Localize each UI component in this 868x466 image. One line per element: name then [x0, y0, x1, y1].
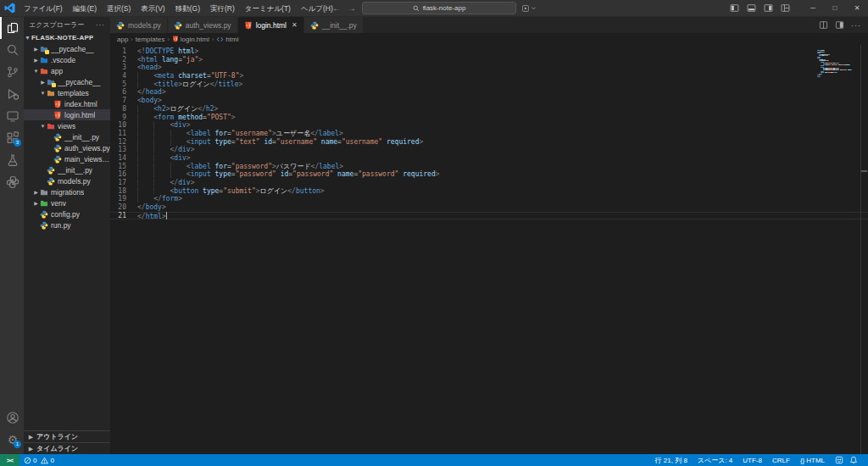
- tree-file--init-.py[interactable]: __init__.py: [24, 131, 110, 142]
- status-eol[interactable]: CRLF: [767, 454, 795, 466]
- code-line-9[interactable]: 9 <form method="POST">: [110, 114, 868, 122]
- activity-remote-explorer-icon[interactable]: [0, 105, 24, 127]
- folder-icon: [47, 122, 55, 130]
- code-line-19[interactable]: 19 </form>: [110, 195, 868, 203]
- breadcrumb-item-login.html[interactable]: login.html: [172, 36, 209, 43]
- tree-file-run.py[interactable]: run.py: [24, 219, 110, 230]
- breadcrumb-item-html[interactable]: html: [216, 36, 238, 43]
- remote-indicator[interactable]: ><: [0, 454, 19, 466]
- tree-folder-migrations[interactable]: ▶migrations: [24, 186, 110, 197]
- code-line-2[interactable]: 2<html lang="ja">: [110, 56, 868, 64]
- navigate-back-icon[interactable]: ←: [331, 3, 342, 13]
- more-actions-icon[interactable]: ···: [851, 21, 861, 30]
- menu-item-4[interactable]: 移動(G): [170, 0, 205, 17]
- tree-file-models.py[interactable]: models.py: [24, 175, 110, 186]
- navigate-forward-icon[interactable]: →: [347, 3, 357, 13]
- menu-item-5[interactable]: 実行(R): [205, 0, 240, 17]
- code-line-5[interactable]: 5 <title>ログイン</title>: [110, 80, 868, 89]
- command-center-search[interactable]: flask-note-app: [362, 2, 516, 14]
- code-editor[interactable]: 1<!DOCTYPE html>2<html lang="ja">3<head>…: [110, 45, 868, 454]
- code-line-17[interactable]: 17 </div>: [110, 179, 868, 187]
- menu-item-0[interactable]: ファイル(F): [19, 0, 68, 17]
- status-indentation[interactable]: スペース: 4: [693, 454, 737, 466]
- close-button[interactable]: ✕: [846, 0, 868, 17]
- tab-auth-views.py[interactable]: auth_views.py: [168, 17, 238, 33]
- code-line-11[interactable]: 11 <label for="username">ユーザー名</label>: [110, 130, 868, 138]
- tree-file--init-.py[interactable]: __init__.py: [24, 164, 110, 175]
- activity-explorer-icon[interactable]: [0, 17, 24, 39]
- activity-extensions-icon[interactable]: 3: [0, 127, 24, 149]
- code-line-18[interactable]: 18 <button type="submit">ログイン</button>: [110, 187, 868, 196]
- settings-icon[interactable]: ⚙1: [0, 429, 24, 451]
- status-language-mode[interactable]: {}HTML: [795, 454, 830, 466]
- menu-item-3[interactable]: 表示(V): [136, 0, 170, 17]
- code-line-7[interactable]: 7<body>: [110, 97, 868, 105]
- code-line-14[interactable]: 14 <div>: [110, 154, 868, 163]
- code-line-4[interactable]: 4 <meta charset="UTF-8">: [110, 72, 868, 80]
- toggle-secondary-sidebar-icon[interactable]: [764, 3, 773, 13]
- menu-item-6[interactable]: ターミナル(T): [240, 0, 296, 17]
- accounts-icon[interactable]: [0, 407, 24, 429]
- tab-login.html[interactable]: login.html✕: [238, 17, 304, 33]
- menu-item-2[interactable]: 選択(S): [102, 0, 136, 17]
- editor-scrollbar[interactable]: [860, 45, 868, 454]
- menu-item-1[interactable]: 編集(E): [68, 0, 102, 17]
- minimize-button[interactable]: ─: [802, 0, 824, 17]
- customize-layout-icon[interactable]: [781, 3, 790, 13]
- tree-file-main-views.py[interactable]: main_views.py: [24, 153, 110, 164]
- settings-badge: 1: [14, 441, 21, 448]
- toggle-panel-icon[interactable]: [747, 3, 756, 13]
- breadcrumb-item-app[interactable]: app: [117, 36, 128, 43]
- tree-folder-.vscode[interactable]: ▶.vscode: [24, 54, 110, 65]
- tree-folder--pycache-[interactable]: ▶__pycache__: [24, 43, 110, 54]
- status-encoding[interactable]: UTF-8: [737, 454, 767, 466]
- sidebar-section-0[interactable]: ▶アウトライン: [24, 430, 110, 442]
- tree-file-auth-views.py[interactable]: auth_views.py: [24, 142, 110, 153]
- tree-file-config.py[interactable]: config.py: [24, 208, 110, 219]
- maximize-button[interactable]: □: [824, 0, 846, 17]
- html-file-icon: [172, 36, 179, 42]
- split-editor-icon[interactable]: [819, 20, 828, 30]
- code-line-12[interactable]: 12 <input type="text" id="username" name…: [110, 138, 868, 147]
- problems-status[interactable]: 0 0: [19, 454, 58, 466]
- status-cursor-position[interactable]: 行 21, 列 8: [650, 454, 693, 466]
- toggle-primary-sidebar-icon[interactable]: [730, 3, 739, 13]
- run-tasks-dropdown-icon[interactable]: [521, 4, 537, 13]
- python-file-icon: [53, 155, 62, 164]
- tab--init-.py[interactable]: __init__.py: [304, 17, 364, 33]
- tree-folder-app[interactable]: ▼app: [24, 65, 110, 76]
- tree-folder-views[interactable]: ▼views: [24, 120, 110, 131]
- tree-root-folder[interactable]: ▼FLASK-NOTE-APP: [24, 32, 110, 43]
- code-line-13[interactable]: 13 </div>: [110, 146, 868, 154]
- code-line-6[interactable]: 6</head>: [110, 88, 868, 97]
- code-line-21[interactable]: 21</html>: [110, 212, 868, 220]
- minimap[interactable]: [817, 50, 858, 77]
- tree-file-index.html[interactable]: index.html: [24, 98, 110, 109]
- notifications-bell-icon[interactable]: [849, 456, 858, 464]
- sidebar-section-1[interactable]: ▶タイムライン: [24, 442, 110, 454]
- code-line-8[interactable]: 8 <h2>ログイン</h2>: [110, 105, 868, 114]
- tree-file-login.html[interactable]: login.html: [24, 109, 110, 120]
- activity-source-control-icon[interactable]: [0, 61, 24, 83]
- code-line-15[interactable]: 15 <label for="password">パスワード</label>: [110, 163, 868, 171]
- activity-run-and-debug-icon[interactable]: [0, 83, 24, 105]
- tree-folder-templates[interactable]: ▼templates: [24, 87, 110, 98]
- tab-close-icon[interactable]: ✕: [292, 21, 298, 29]
- warning-count: 0: [50, 457, 53, 464]
- breadcrumb[interactable]: app›templates›login.html›html: [110, 33, 868, 45]
- code-line-20[interactable]: 20</body>: [110, 203, 868, 212]
- code-line-16[interactable]: 16 <input type="password" id="password" …: [110, 170, 868, 179]
- code-line-1[interactable]: 1<!DOCTYPE html>: [110, 47, 868, 56]
- activity-testing-icon[interactable]: [0, 149, 24, 171]
- activity-search-icon[interactable]: [0, 39, 24, 61]
- tree-folder-venv[interactable]: ▶venv: [24, 197, 110, 208]
- feedback-smiley-icon[interactable]: [835, 456, 843, 464]
- tab-models.py[interactable]: models.py: [110, 17, 168, 33]
- editor-layout-icon[interactable]: [835, 20, 844, 30]
- code-line-3[interactable]: 3<head>: [110, 64, 868, 72]
- activity-python-icon[interactable]: [0, 171, 24, 193]
- tree-folder--pycache-[interactable]: ▶__pycache__: [24, 76, 110, 87]
- breadcrumb-item-templates[interactable]: templates: [136, 36, 165, 43]
- explorer-more-actions-icon[interactable]: ···: [96, 21, 105, 29]
- code-line-10[interactable]: 10 <div>: [110, 121, 868, 130]
